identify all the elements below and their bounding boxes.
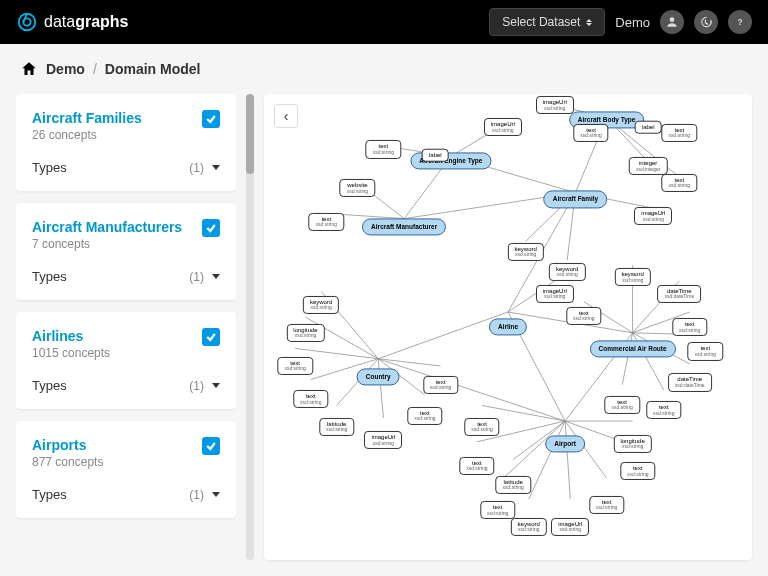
attribute-node[interactable]: keywordxsd:string [614,268,650,286]
attribute-node[interactable]: textxsd:string [573,124,608,142]
graph-canvas[interactable]: ‹ Aircraft Engine TypeAircraft Body Type… [264,94,752,560]
chevron-down-icon[interactable] [212,383,220,388]
select-dataset-button[interactable]: Select Dataset [489,8,605,36]
history-icon[interactable] [694,10,718,34]
attribute-node[interactable]: imageUrlxsd:string [536,96,574,114]
dataset-title[interactable]: Airlines [32,328,110,344]
user-label: Demo [615,15,650,30]
dataset-checkbox[interactable] [202,219,220,237]
attribute-node[interactable]: imageUrlxsd:string [551,518,589,536]
attribute-node[interactable]: textxsd:string [407,407,442,425]
attribute-node[interactable]: keywordxsd:string [549,262,585,280]
attribute-node[interactable]: label [422,149,449,162]
attribute-node[interactable]: longitudexsd:string [286,324,324,342]
dataset-subtitle: 877 concepts [32,455,103,469]
dataset-checkbox[interactable] [202,328,220,346]
breadcrumb: Demo / Domain Model [0,44,768,94]
attribute-node[interactable]: textxsd:string [589,495,624,513]
types-count: (1) [189,270,204,284]
svg-point-0 [19,14,36,31]
dataset-checkbox[interactable] [202,437,220,455]
user-icon[interactable] [660,10,684,34]
attribute-node[interactable]: textxsd:string [309,213,344,231]
attribute-node[interactable]: dateTimexsd:dateTime [657,285,701,303]
header-right: Select Dataset Demo ? [489,8,752,36]
chevron-down-icon[interactable] [212,165,220,170]
attribute-node[interactable]: textxsd:string [366,140,401,158]
types-label: Types [32,269,67,284]
attribute-node[interactable]: label [635,121,662,134]
attribute-node[interactable]: imageUrlxsd:string [634,207,672,225]
dataset-card: Airports 877 concepts Types (1) [16,421,236,518]
attribute-node[interactable]: textxsd:string [459,457,494,475]
attribute-node[interactable]: imageUrlxsd:string [484,118,522,136]
dataset-subtitle: 1015 concepts [32,346,110,360]
attribute-node[interactable]: dateTimexsd:dateTime [668,373,712,391]
attribute-node[interactable]: latitudexsd:string [319,418,354,436]
attribute-node[interactable]: integerxsd:integer [629,157,667,175]
dataset-checkbox[interactable] [202,110,220,128]
attribute-node[interactable]: imageUrlxsd:string [536,285,574,303]
entity-node[interactable]: Country [357,368,400,385]
attribute-node[interactable]: keywordxsd:string [511,518,547,536]
entity-node[interactable]: Commercial Air Route [590,341,676,358]
chevron-down-icon[interactable] [212,274,220,279]
entity-node[interactable]: Airline [489,318,527,335]
attribute-node[interactable]: longitudexsd:string [613,434,651,452]
collapse-sidebar-button[interactable]: ‹ [274,104,298,128]
logo-icon [16,11,38,33]
graph-nodes: Aircraft Engine TypeAircraft Body TypeAi… [264,94,752,560]
dataset-card: Aircraft Families 26 concepts Types (1) [16,94,236,191]
types-count: (1) [189,379,204,393]
attribute-node[interactable]: latitudexsd:string [495,476,530,494]
types-label: Types [32,487,67,502]
attribute-node[interactable]: textxsd:string [646,401,681,419]
dataset-title[interactable]: Aircraft Families [32,110,142,126]
dataset-card: Aircraft Manufacturers 7 concepts Types … [16,203,236,300]
attribute-node[interactable]: textxsd:string [566,307,601,325]
help-icon[interactable]: ? [728,10,752,34]
chevron-down-icon[interactable] [212,492,220,497]
entity-node[interactable]: Aircraft Manufacturer [362,219,446,236]
attribute-node[interactable]: textxsd:string [620,462,655,480]
home-icon[interactable] [20,60,38,78]
attribute-node[interactable]: textxsd:string [672,318,707,336]
brand-text: datagraphs [44,13,128,31]
attribute-node[interactable]: textxsd:string [293,390,328,408]
sidebar: Aircraft Families 26 concepts Types (1) … [16,94,236,560]
app-header: datagraphs Select Dataset Demo ? [0,0,768,44]
types-count: (1) [189,488,204,502]
attribute-node[interactable]: textxsd:string [480,501,515,519]
breadcrumb-root[interactable]: Demo [46,61,85,77]
types-label: Types [32,160,67,175]
attribute-node[interactable]: imageUrlxsd:string [364,431,402,449]
types-label: Types [32,378,67,393]
attribute-node[interactable]: textxsd:string [662,174,697,192]
attribute-node[interactable]: keywordxsd:string [507,243,543,261]
dataset-subtitle: 7 concepts [32,237,182,251]
dataset-title[interactable]: Airports [32,437,103,453]
brand-logo[interactable]: datagraphs [16,11,128,33]
svg-text:?: ? [738,18,743,27]
attribute-node[interactable]: websitexsd:string [340,179,375,197]
sidebar-scrollbar[interactable] [246,94,254,560]
attribute-node[interactable]: textxsd:string [464,418,499,436]
attribute-node[interactable]: keywordxsd:string [303,296,339,314]
main-area: Aircraft Families 26 concepts Types (1) … [0,94,768,576]
breadcrumb-current: Domain Model [105,61,201,77]
svg-point-2 [670,17,675,22]
entity-node[interactable]: Airport [545,435,585,452]
types-count: (1) [189,161,204,175]
breadcrumb-separator: / [93,61,97,77]
entity-node[interactable]: Aircraft Family [544,191,608,208]
dataset-title[interactable]: Aircraft Manufacturers [32,219,182,235]
attribute-node[interactable]: textxsd:string [277,357,312,375]
attribute-node[interactable]: textxsd:string [688,342,723,360]
sort-icon [586,19,592,26]
attribute-node[interactable]: textxsd:string [605,396,640,414]
dataset-subtitle: 26 concepts [32,128,142,142]
dataset-card: Airlines 1015 concepts Types (1) [16,312,236,409]
attribute-node[interactable]: textxsd:string [662,124,697,142]
attribute-node[interactable]: textxsd:string [423,376,458,394]
